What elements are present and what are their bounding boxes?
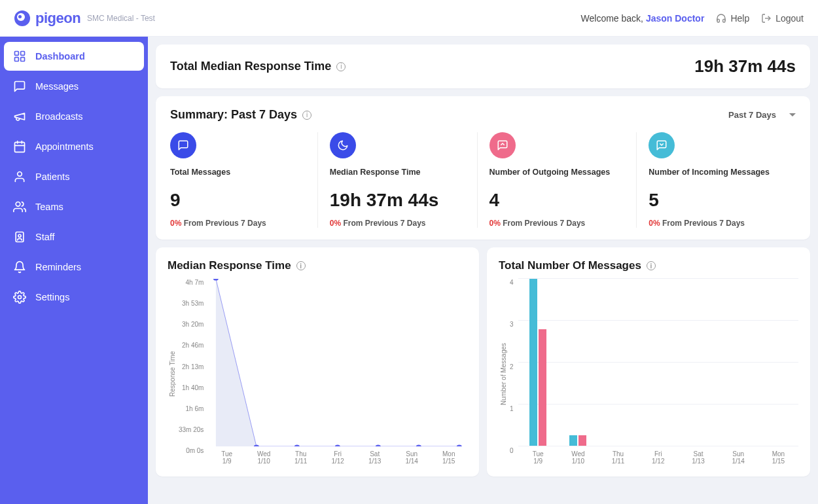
summary-card: Summary: Past 7 Days i Past 7 Days Total… — [156, 96, 810, 240]
logo[interactable]: pigeon — [14, 10, 80, 27]
svg-rect-3 — [21, 58, 25, 62]
nav-label: Appointments — [35, 141, 94, 152]
tenant-name: SMC Medical - Test — [87, 14, 155, 23]
stat-value: 4 — [489, 190, 625, 211]
stat-label: Number of Incoming Messages — [649, 168, 784, 177]
sidebar-item-reminders[interactable]: Reminders — [4, 253, 144, 281]
outgoing-icon — [489, 132, 516, 158]
stat-delta: 0% From Previous 7 Days — [170, 219, 306, 228]
stat-value: 5 — [649, 190, 784, 211]
y-axis-label: Number of Messages — [499, 279, 508, 469]
staff-icon — [13, 230, 26, 243]
nav-label: Patients — [35, 171, 69, 182]
chart-title: Median Response Time — [168, 259, 291, 272]
svg-rect-1 — [15, 52, 19, 56]
bar-slot — [638, 279, 678, 446]
sidebar: DashboardMessagesBroadcastsAppointmentsP… — [0, 37, 148, 504]
sidebar-item-teams[interactable]: Teams — [4, 192, 144, 221]
messages-icon — [13, 80, 26, 93]
welcome-text: Welcome back, Jason Doctor — [581, 13, 705, 24]
stat-label: Median Response Time — [330, 168, 465, 177]
stat-label: Number of Outgoing Messages — [489, 168, 625, 177]
info-icon[interactable]: i — [302, 111, 311, 120]
incoming-icon — [649, 132, 675, 158]
sidebar-item-broadcasts[interactable]: Broadcasts — [4, 102, 144, 131]
y-axis-ticks: 43210 — [508, 279, 518, 469]
stat-value: 9 — [170, 190, 306, 211]
y-axis-ticks: 4h 7m3h 53m3h 20m2h 46m2h 13m1h 40m1h 6m… — [177, 279, 207, 469]
user-name[interactable]: Jason Doctor — [646, 13, 704, 24]
nav-label: Messages — [35, 81, 79, 92]
stat-total-messages: Total Messages90% From Previous 7 Days — [170, 132, 317, 228]
total-median-title: Total Median Response Time — [170, 60, 331, 73]
svg-point-9 — [18, 172, 22, 177]
reminders-icon — [13, 261, 26, 274]
patients-icon — [13, 170, 26, 183]
help-link[interactable]: Help — [716, 13, 749, 24]
chevron-down-icon — [789, 113, 796, 117]
bar-incoming — [569, 435, 577, 446]
logo-mark-icon — [14, 10, 30, 26]
nav-label: Reminders — [35, 262, 81, 272]
bar-slot — [598, 279, 638, 446]
sidebar-item-patients[interactable]: Patients — [4, 162, 144, 191]
line-plot: Tue1/9Wed1/10Thu1/11Fri1/12Sat1/13Sun1/1… — [207, 279, 467, 469]
dashboard-icon — [13, 50, 26, 63]
svg-point-10 — [16, 202, 20, 207]
svg-point-13 — [18, 296, 22, 299]
broadcasts-icon — [13, 110, 26, 123]
total-median-card: Total Median Response Time i 19h 37m 44s — [156, 45, 810, 88]
sidebar-item-appointments[interactable]: Appointments — [4, 132, 144, 161]
svg-rect-2 — [21, 52, 25, 56]
sidebar-item-settings[interactable]: Settings — [4, 283, 144, 312]
stat-delta: 0% From Previous 7 Days — [330, 219, 465, 228]
bar-plot: Tue1/9Wed1/10Thu1/11Fri1/12Sat1/13Sun1/1… — [518, 279, 798, 469]
nav-label: Dashboard — [35, 51, 85, 62]
logo-text: pigeon — [35, 10, 80, 27]
bar-incoming — [529, 279, 537, 446]
nav-label: Staff — [35, 232, 55, 242]
info-icon[interactable]: i — [336, 62, 346, 71]
main: Total Median Response Time i 19h 37m 44s… — [148, 37, 818, 504]
teams-icon — [13, 200, 26, 213]
settings-icon — [13, 291, 26, 304]
summary-title: Summary: Past 7 Days — [170, 108, 297, 122]
chat-icon — [170, 132, 196, 158]
y-axis-label: Response Time — [168, 279, 177, 469]
total-median-value: 19h 37m 44s — [694, 56, 796, 77]
logout-link[interactable]: Logout — [761, 13, 804, 24]
stat-number-of-outgoing-messages: Number of Outgoing Messages40% From Prev… — [477, 132, 637, 228]
bar-slot — [719, 279, 758, 446]
stat-value: 19h 37m 44s — [330, 190, 465, 211]
sidebar-item-messages[interactable]: Messages — [4, 72, 144, 101]
svg-rect-4 — [15, 58, 19, 62]
chart-title: Total Number Of Messages — [499, 259, 641, 272]
header: pigeon SMC Medical - Test Welcome back, … — [0, 0, 818, 37]
bar-outgoing — [578, 435, 586, 446]
stat-delta: 0% From Previous 7 Days — [489, 219, 625, 228]
nav-label: Teams — [35, 202, 63, 212]
sidebar-item-dashboard[interactable]: Dashboard — [4, 42, 144, 71]
stat-delta: 0% From Previous 7 Days — [649, 219, 784, 228]
stat-number-of-incoming-messages: Number of Incoming Messages50% From Prev… — [636, 132, 796, 228]
bar-slot — [678, 279, 718, 446]
bar-slot — [558, 279, 598, 446]
info-icon[interactable]: i — [647, 261, 656, 270]
nav-label: Settings — [35, 292, 69, 302]
bar-slot — [758, 279, 798, 446]
info-icon[interactable]: i — [296, 261, 306, 270]
moon-icon — [330, 132, 356, 158]
nav-label: Broadcasts — [35, 111, 83, 122]
x-axis-ticks: Tue1/9Wed1/10Thu1/11Fri1/12Sat1/13Sun1/1… — [518, 446, 798, 469]
stat-median-response-time: Median Response Time19h 37m 44s0% From P… — [317, 132, 477, 228]
period-select[interactable]: Past 7 Days — [728, 110, 796, 120]
bar-outgoing — [539, 329, 546, 446]
x-axis-ticks: Tue1/9Wed1/10Thu1/11Fri1/12Sat1/13Sun1/1… — [208, 446, 467, 469]
appointments-icon — [13, 140, 26, 153]
stat-label: Total Messages — [170, 168, 306, 177]
svg-point-14 — [213, 279, 219, 281]
svg-point-12 — [18, 234, 21, 237]
sidebar-item-staff[interactable]: Staff — [4, 223, 144, 251]
total-messages-chart: Total Number Of Messagesi Number of Mess… — [487, 247, 810, 477]
svg-rect-5 — [15, 142, 25, 152]
